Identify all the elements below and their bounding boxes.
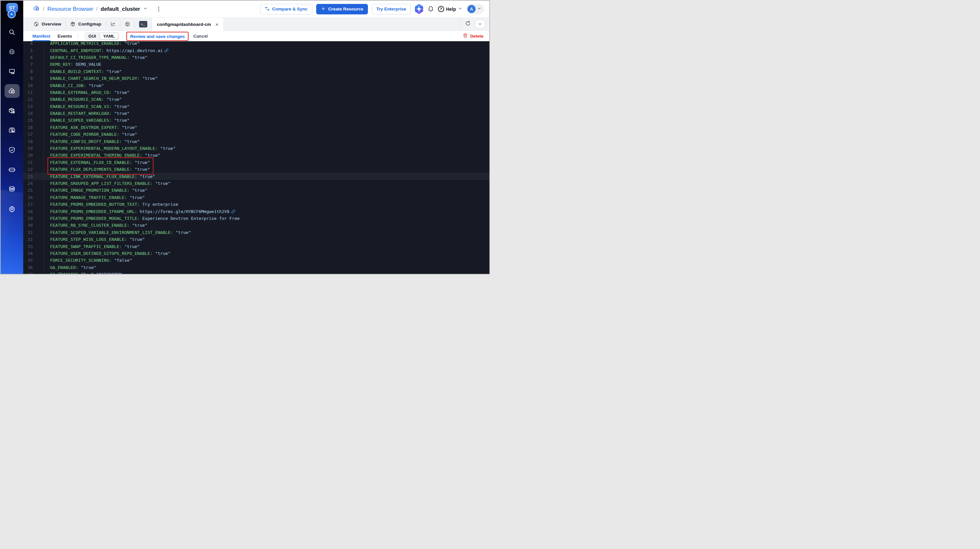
code-line-20[interactable]: 20FEATURE_EXPERIMENTAL_THEMING_ENABLE: "… [23, 152, 489, 159]
yaml-entry: FEATURE_FLUX_DEPLOYMENTS_ENABLE: "true" [33, 167, 150, 172]
breadcrumb-separator: / [96, 6, 98, 13]
code-line-37[interactable]: 37GA_TRACKING_ID: G-206FY0CM3N [23, 271, 489, 274]
code-line-26[interactable]: 26FEATURE_MANAGE_TRAFFIC_ENABLE: "true" [23, 194, 489, 201]
code-line-28[interactable]: 28FEATURE_PROMO_EMBEDDED_IFRAME_URL: htt… [23, 208, 489, 215]
sidebar-item-applications[interactable] [5, 45, 20, 59]
create-resource-button[interactable]: Create Resource [316, 4, 368, 14]
code-line-35[interactable]: 35FORCE_SECURITY_SCANNING: "false" [23, 257, 489, 264]
line-number: 25 [25, 188, 33, 193]
sidebar-item-devtron-bot[interactable] [5, 163, 20, 176]
line-number: 37 [25, 272, 33, 274]
code-line-13[interactable]: 13ENABLE_RESOURCE_SCAN_V2: "true" [23, 103, 489, 110]
tab-terminal[interactable]: >_ [135, 17, 151, 30]
line-number: 29 [25, 216, 33, 221]
breadcrumb-link-resource-browser[interactable]: Resource Browser [48, 6, 93, 13]
code-line-31[interactable]: 31FEATURE_SCOPED_VARIABLE_ENVIRONMENT_LI… [23, 229, 489, 236]
code-line-34[interactable]: 34FEATURE_USER_DEFINED_GITOPS_REPO_ENABL… [23, 250, 489, 257]
code-line-16[interactable]: 16FEATURE_ASK_DEVTRON_EXPERT: "true" [23, 124, 489, 131]
gui-yaml-segmented-control: GUI YAML [84, 32, 119, 40]
sidebar-item-resource-browser[interactable] [5, 84, 20, 98]
yaml-editor[interactable]: 4APPLICATION_METRICS_ENABLED: "true"5CEN… [23, 41, 489, 274]
sidebar-item-jobs[interactable] [5, 65, 20, 78]
code-line-10[interactable]: 10ENABLE_CI_JOB: "true" [23, 82, 489, 89]
segment-gui[interactable]: GUI [85, 33, 100, 40]
yaml-entry: FEATURE_PROMO_EMBEDDED_MODAL_TITLE: Expe… [33, 216, 240, 221]
yaml-entry: FEATURE_EXPERIMENTAL_MODERN_LAYOUT_ENABL… [33, 146, 176, 151]
review-save-changes-button[interactable]: Review and save changes [130, 34, 185, 39]
code-line-4[interactable]: 4APPLICATION_METRICS_ENABLED: "true" [23, 41, 489, 47]
sidebar-item-chart-store[interactable] [5, 104, 20, 117]
devtron-logo[interactable]: ST [5, 3, 19, 22]
segment-yaml[interactable]: YAML [100, 33, 118, 40]
code-line-5[interactable]: 5CENTRAL_API_ENDPOINT: https://api.devtr… [23, 47, 489, 54]
code-line-32[interactable]: 32FEATURE_STEP_WISE_LOGS_ENABLE: "true" [23, 236, 489, 243]
yaml-entry: FEATURE_CODE_MIRROR_ENABLE: "true" [33, 132, 137, 137]
sidebar-item-stack-manager[interactable] [5, 182, 20, 196]
sidebar-item-search[interactable] [5, 25, 20, 39]
yaml-entry: FEATURE_EXTERNAL_FLUX_CD_ENABLE: "true" [33, 160, 150, 165]
user-menu[interactable]: A [466, 4, 484, 14]
code-line-30[interactable]: 30FEATURE_RB_SYNC_CLUSTER_ENABLE: "true" [23, 222, 489, 229]
code-line-17[interactable]: 17FEATURE_CODE_MIRROR_ENABLE: "true" [23, 131, 489, 138]
sidebar-item-security[interactable] [5, 143, 20, 157]
line-number: 28 [25, 209, 33, 214]
gemini-sparkle-icon[interactable] [415, 4, 423, 14]
code-line-25[interactable]: 25FEATURE_IMAGE_PROMOTION_ENABLE: "true" [23, 187, 489, 194]
yaml-entry: ENABLE_RESTART_WORKLOAD: "true" [33, 111, 130, 116]
tab-gauge[interactable] [121, 17, 135, 30]
divider [78, 33, 78, 39]
code-line-7[interactable]: 7DEMO_KEY: DEMO_VALUE [23, 61, 489, 68]
tab-overview[interactable]: Overview [29, 17, 65, 30]
code-line-33[interactable]: 33FEATURE_SWAP_TRAFFIC_ENABLE: "true" [23, 243, 489, 250]
tab-monitoring[interactable] [106, 17, 120, 30]
compare-sync-button[interactable]: Compare & Sync [260, 4, 312, 14]
code-line-18[interactable]: 18FEATURE_CONFIG_DRIFT_ENABLE: "true" [23, 138, 489, 144]
code-line-19[interactable]: 19FEATURE_EXPERIMENTAL_MODERN_LAYOUT_ENA… [23, 145, 489, 152]
yaml-entry: DEMO_KEY: DEMO_VALUE [33, 62, 102, 67]
code-line-15[interactable]: 15ENABLE_SCOPED_VARIABLES: "true" [23, 117, 489, 124]
kebab-menu-icon[interactable]: ⋮ [156, 6, 161, 12]
code-line-24[interactable]: 24FEATURE_GROUPED_APP_LIST_FILTERS_ENABL… [23, 180, 489, 187]
tab-configmap-dashboard-cm[interactable]: configmap/dashboard-cm × [151, 17, 224, 31]
external-link-icon[interactable] [231, 209, 235, 214]
main-area: / Resource Browser / default_cluster ⋮ C… [23, 1, 489, 274]
line-number: 33 [25, 244, 33, 249]
tab-configmap[interactable]: Configmap [66, 17, 106, 30]
code-line-27[interactable]: 27FEATURE_PROMO_EMBEDDED_BUTTON_TEXT: Tr… [23, 201, 489, 208]
delete-button[interactable]: Delete [463, 33, 484, 39]
user-menu-chevron-icon [477, 6, 482, 12]
external-link-icon[interactable] [164, 48, 169, 53]
close-tab-icon[interactable]: × [216, 22, 219, 27]
code-line-11[interactable]: 11ENABLE_EXTERNAL_ARGO_CD: "true" [23, 89, 489, 96]
robot-icon [8, 166, 16, 173]
code-line-8[interactable]: 8ENABLE_BUILD_CONTEXT: "true" [23, 68, 489, 75]
sync-arrows-icon [265, 6, 270, 12]
help-menu[interactable]: ? Help [438, 6, 463, 12]
tab-events[interactable]: Events [57, 31, 72, 41]
sidebar-item-global-config[interactable] [5, 202, 20, 216]
overview-icon [33, 21, 39, 27]
code-line-12[interactable]: 12ENABLE_RESOURCE_SCAN: "true" [23, 96, 489, 103]
code-line-14[interactable]: 14ENABLE_RESTART_WORKLOAD: "true" [23, 110, 489, 117]
refresh-icon[interactable] [465, 21, 471, 27]
tab-manifest[interactable]: Manifest [32, 31, 50, 41]
yaml-entry: ENABLE_SCOPED_VARIABLES: "true" [33, 118, 130, 123]
code-line-6[interactable]: 6DEFAULT_CI_TRIGGER_TYPE_MANUAL: "true" [23, 54, 489, 61]
yaml-entry: FEATURE_STEP_WISE_LOGS_ENABLE: "true" [33, 237, 145, 242]
code-line-23[interactable]: 23FEATURE_LINK_EXTERNAL_FLUX_ENABLE: "tr… [23, 173, 489, 179]
tab-options-chevron-button[interactable] [475, 20, 485, 29]
notification-bell-icon[interactable] [428, 6, 434, 13]
try-enterprise-button[interactable]: Try Enterprise [372, 4, 411, 14]
sidebar-item-deployment-metrics[interactable] [5, 123, 20, 137]
cluster-dropdown-chevron-icon[interactable] [143, 6, 148, 12]
code-line-36[interactable]: 36GA_ENABLED: "true" [23, 264, 489, 271]
code-line-29[interactable]: 29FEATURE_PROMO_EMBEDDED_MODAL_TITLE: Ex… [23, 215, 489, 222]
line-number: 17 [25, 132, 33, 137]
code-line-9[interactable]: 9ENABLE_CHART_SEARCH_IN_HELM_DEPLOY: "tr… [23, 75, 489, 82]
code-line-22[interactable]: 22FEATURE_FLUX_DEPLOYMENTS_ENABLE: "true… [23, 166, 489, 173]
line-number: 7 [25, 62, 33, 67]
yaml-entry: APPLICATION_METRICS_ENABLED: "true" [33, 41, 140, 46]
code-line-21[interactable]: 21FEATURE_EXTERNAL_FLUX_CD_ENABLE: "true… [23, 159, 489, 166]
devtron-logo-icon [8, 10, 16, 18]
cancel-button[interactable]: Cancel [193, 34, 207, 39]
